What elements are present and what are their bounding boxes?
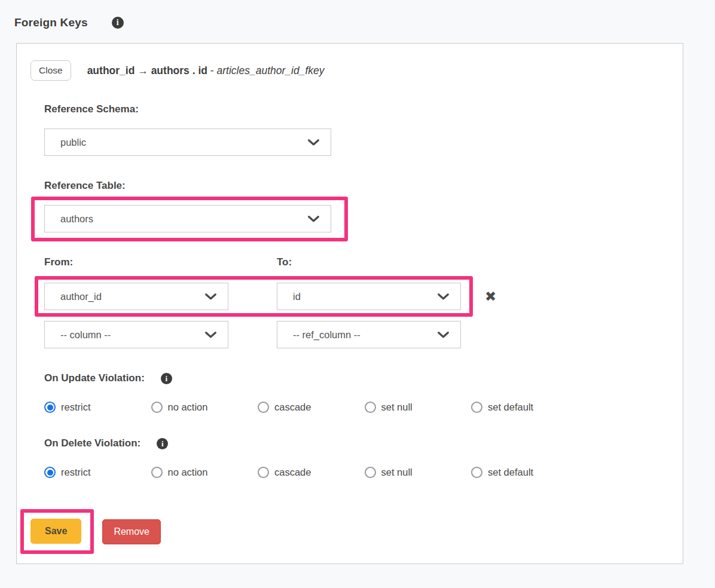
- radio-label: set null: [381, 467, 412, 478]
- reference-table-label: Reference Table:: [44, 180, 668, 192]
- fk-constraint-name: articles_author_id_fkey: [217, 65, 325, 76]
- reference-schema-value: public: [60, 137, 308, 148]
- radio-option-set-default[interactable]: set default: [471, 467, 578, 478]
- page-header: Foreign Keys i: [0, 0, 715, 43]
- column-mapping-row-2: -- column -- -- ref_column --: [44, 321, 668, 348]
- chevron-down-icon: [308, 216, 319, 222]
- radio-selected-icon[interactable]: [44, 467, 56, 478]
- highlight-box-column-mapping: author_id id: [35, 276, 473, 317]
- fk-separator: -: [210, 65, 214, 76]
- radio-option-restrict[interactable]: restrict: [44, 402, 151, 413]
- radio-option-restrict[interactable]: restrict: [44, 467, 151, 478]
- radio-label: set default: [488, 402, 533, 413]
- from-column-value: author_id: [60, 291, 205, 302]
- new-ref-column-placeholder: -- ref_column --: [293, 329, 438, 341]
- new-ref-column-select[interactable]: -- ref_column --: [277, 321, 461, 348]
- radio-label: no action: [168, 467, 208, 478]
- new-column-select[interactable]: -- column --: [44, 321, 228, 348]
- on-delete-violation-label: On Delete Violation: i: [44, 437, 668, 449]
- fk-target: authors . id: [151, 65, 207, 76]
- from-label: From:: [44, 256, 277, 268]
- radio-label: no action: [168, 402, 208, 413]
- chevron-down-icon: [205, 332, 216, 338]
- info-icon[interactable]: i: [161, 373, 172, 384]
- radio-unselected-icon[interactable]: [365, 467, 376, 478]
- radio-unselected-icon[interactable]: [471, 467, 482, 478]
- radio-unselected-icon[interactable]: [151, 402, 163, 413]
- chevron-down-icon: [438, 332, 449, 338]
- radio-option-set-null[interactable]: set null: [365, 467, 472, 478]
- fk-from-column: author_id: [87, 65, 135, 76]
- radio-unselected-icon[interactable]: [151, 467, 163, 478]
- remove-button[interactable]: Remove: [102, 519, 161, 544]
- editor-actions-row: Save Remove: [30, 509, 668, 554]
- reference-schema-select[interactable]: public: [44, 128, 331, 156]
- radio-option-no-action[interactable]: no action: [151, 467, 258, 478]
- reference-schema-label: Reference Schema:: [44, 103, 668, 115]
- radio-label: restrict: [61, 467, 91, 478]
- reference-table-value: authors: [60, 213, 308, 225]
- on-delete-radio-group: restrict no action cascade set null set …: [44, 467, 668, 478]
- radio-label: cascade: [274, 467, 311, 478]
- to-label: To:: [277, 256, 292, 268]
- to-column-value: id: [293, 291, 438, 302]
- radio-unselected-icon[interactable]: [258, 467, 269, 478]
- radio-label: cascade: [274, 402, 311, 413]
- radio-label: restrict: [61, 402, 91, 413]
- on-delete-violation-text: On Delete Violation:: [44, 437, 140, 449]
- radio-option-cascade[interactable]: cascade: [258, 402, 365, 413]
- on-update-violation-text: On Update Violation:: [44, 372, 145, 384]
- radio-option-set-null[interactable]: set null: [365, 402, 472, 413]
- radio-label: set default: [488, 467, 533, 478]
- foreign-keys-page: Foreign Keys i Close author_id → authors…: [0, 0, 715, 564]
- chevron-down-icon: [438, 293, 449, 300]
- on-update-radio-group: restrict no action cascade set null set …: [44, 402, 668, 413]
- foreign-key-title: author_id → authors . id - articles_auth…: [87, 65, 325, 77]
- editor-title-row: Close author_id → authors . id - article…: [30, 60, 668, 81]
- foreign-key-editor-panel: Close author_id → authors . id - article…: [16, 43, 683, 564]
- column-mapping-row-1: author_id id ✖: [44, 276, 668, 317]
- foreign-key-form: Reference Schema: public Reference Table…: [44, 103, 668, 478]
- radio-unselected-icon[interactable]: [365, 402, 376, 413]
- close-button[interactable]: Close: [30, 60, 71, 81]
- chevron-down-icon: [308, 139, 319, 146]
- page-title: Foreign Keys: [14, 16, 88, 29]
- new-column-placeholder: -- column --: [60, 329, 205, 341]
- save-button[interactable]: Save: [30, 519, 81, 544]
- remove-mapping-row-icon[interactable]: ✖: [485, 290, 496, 304]
- reference-table-select[interactable]: authors: [44, 205, 331, 232]
- radio-unselected-icon[interactable]: [471, 402, 482, 413]
- reference-table-row: authors: [44, 197, 668, 241]
- highlight-box-reference-table: authors: [31, 197, 348, 241]
- info-icon[interactable]: i: [112, 17, 124, 29]
- radio-option-no-action[interactable]: no action: [151, 402, 258, 413]
- to-column-select[interactable]: id: [277, 283, 461, 310]
- from-column-select[interactable]: author_id: [44, 283, 228, 310]
- column-mapping-labels: From: To:: [44, 256, 668, 268]
- radio-option-set-default[interactable]: set default: [471, 402, 578, 413]
- radio-unselected-icon[interactable]: [258, 402, 269, 413]
- radio-option-cascade[interactable]: cascade: [258, 467, 365, 478]
- radio-label: set null: [381, 402, 412, 413]
- info-icon[interactable]: i: [157, 438, 168, 449]
- on-update-violation-label: On Update Violation: i: [44, 372, 668, 384]
- arrow-right-icon: →: [138, 65, 148, 76]
- chevron-down-icon: [205, 293, 216, 300]
- radio-selected-icon[interactable]: [44, 402, 56, 413]
- highlight-box-save: Save: [20, 509, 94, 554]
